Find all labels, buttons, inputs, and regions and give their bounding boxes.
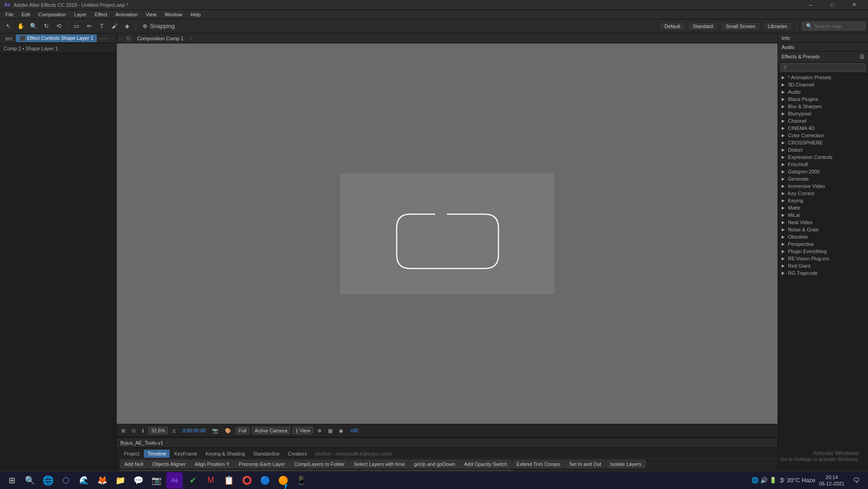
view-display[interactable]: 1 View [293, 427, 313, 434]
menu-effect[interactable]: Effect [91, 11, 111, 18]
tool-puppet[interactable]: ◈ [122, 21, 133, 32]
effect-audio[interactable]: ▶ Audio [778, 88, 868, 96]
menu-view[interactable]: View [142, 11, 160, 18]
maximize-button[interactable]: □ [822, 0, 843, 10]
btn-isolate-layers[interactable]: Isolate Layers [606, 460, 645, 468]
comp-3d-btn[interactable]: ⊕ [316, 427, 323, 435]
menu-composition[interactable]: Composition [35, 11, 70, 18]
tray-volume[interactable]: 🔊 [760, 477, 768, 484]
taskbar-teams[interactable]: 💬 [130, 472, 147, 489]
menu-help[interactable]: Help [187, 11, 204, 18]
effect-revision[interactable]: ▶ RE:Vision Plug-ins [778, 255, 868, 262]
script-tab-creators[interactable]: Creators [284, 450, 310, 458]
taskbar-search[interactable]: 🔍 [22, 472, 38, 489]
effect-keying[interactable]: ▶ Keying [778, 197, 868, 204]
menu-file[interactable]: File [2, 11, 17, 18]
btn-select-layers-time[interactable]: Select Layers with time [350, 460, 409, 468]
taskbar-teal-app[interactable]: 🔵 [257, 472, 273, 489]
taskbar-notification[interactable]: 🗨 [848, 472, 864, 489]
taskbar-start[interactable]: ⊞ [4, 472, 20, 489]
camera-display[interactable]: Active Camera [252, 427, 290, 434]
taskbar-green-app[interactable]: ✔ [185, 472, 201, 489]
tool-hand[interactable]: ✋ [15, 21, 26, 32]
effect-animation-presets[interactable]: ▶ * Animation Presets [778, 74, 868, 81]
resolution-display[interactable]: Full [236, 427, 249, 434]
menu-window[interactable]: Window [161, 11, 186, 18]
btn-add-null[interactable]: Add Null [120, 460, 147, 468]
playhead[interactable] [285, 484, 286, 489]
effect-frischluft[interactable]: ▶ Frischluft [778, 161, 868, 168]
tray-battery[interactable]: 🔋 [769, 477, 777, 484]
taskbar-photos[interactable]: 📷 [148, 472, 165, 489]
workspace-default[interactable]: Default [660, 23, 685, 30]
tool-rect[interactable]: ▭ [71, 21, 82, 32]
tray-network[interactable]: 🌐 [751, 477, 759, 484]
comp-menu-icon[interactable]: = [190, 36, 193, 41]
effects-search-input[interactable] [781, 63, 865, 72]
btn-goup-godown[interactable]: goUp and goDown [410, 460, 459, 468]
effect-blace[interactable]: ▶ Blace Plugins [778, 96, 868, 103]
effect-color-correction[interactable]: ▶ Color Correction [778, 132, 868, 139]
btn-align-position-y[interactable]: Align Position Y [191, 460, 234, 468]
tool-move[interactable]: ⊕ [139, 21, 150, 32]
effect-key-correct[interactable]: ▶ Key Correct [778, 190, 868, 197]
close-button[interactable]: ✕ [844, 0, 864, 10]
btn-precomp-each[interactable]: Precomp Each Layer [234, 460, 289, 468]
effect-gabgren[interactable]: ▶ Gabgren 2000 [778, 168, 868, 175]
tool-pen[interactable]: ✏ [84, 21, 95, 32]
comp-color-btn[interactable]: 🎨 [223, 427, 233, 435]
menu-edit[interactable]: Edit [18, 11, 34, 18]
comp-tab[interactable]: Composition Comp 1 [133, 35, 187, 42]
workspace-standard[interactable]: Standard [688, 23, 718, 30]
comp-grid-btn[interactable]: ▦ [326, 427, 334, 435]
tool-undo[interactable]: ⟲ [53, 21, 64, 32]
workspace-libraries[interactable]: Libraries [764, 23, 792, 30]
taskbar-vs[interactable]: ⬡ [58, 472, 74, 489]
menu-layer[interactable]: Layer [71, 11, 90, 18]
btn-objects-aligner[interactable]: Objects Aligner [148, 460, 190, 468]
tool-text[interactable]: T [96, 21, 107, 32]
tool-zoom[interactable]: 🔍 [28, 21, 39, 32]
effects-presets-menu[interactable]: ☰ [860, 54, 864, 60]
search-help-input[interactable] [814, 24, 864, 29]
clock[interactable]: 20:14 06-12-2021 [819, 474, 844, 487]
script-tab-project[interactable]: Project [120, 450, 143, 458]
search-help-box[interactable]: 🔍 [802, 22, 865, 30]
comp-info-btn[interactable]: ℹ [140, 427, 146, 435]
tool-rotate[interactable]: ↻ [41, 21, 52, 32]
effect-distort[interactable]: ▶ Distort [778, 146, 868, 153]
minimize-button[interactable]: ─ [800, 0, 821, 10]
taskbar-firefox[interactable]: 🦊 [94, 472, 110, 489]
taskbar-chrome[interactable]: 🌐 [40, 472, 56, 489]
effect-3d-channel[interactable]: ▶ 3D Channel [778, 81, 868, 88]
effect-blurrypixel[interactable]: ▶ Blurrypixel [778, 110, 868, 117]
script-tab-standardize[interactable]: Standardize [250, 450, 284, 458]
effect-noise[interactable]: ▶ Noise & Grain [778, 226, 868, 233]
zoom-display[interactable]: 32.6% [148, 427, 168, 434]
taskbar-edge[interactable]: 🌊 [76, 472, 92, 489]
script-tab-keyframe[interactable]: KeyFrame [171, 450, 201, 458]
snapping-toggle[interactable]: Snapping [157, 21, 168, 32]
script-panel-menu[interactable]: = [166, 440, 169, 446]
effect-matte[interactable]: ▶ Matte [778, 204, 868, 211]
workspace-small-screen[interactable]: Small Screen [721, 23, 759, 30]
comp-cam-btn[interactable]: 📷 [210, 427, 220, 435]
taskbar-yellow-app[interactable]: 📋 [221, 472, 237, 489]
info-section[interactable]: Info [778, 34, 868, 43]
comp-overlay-btn[interactable]: ◉ [337, 427, 345, 435]
effect-milai[interactable]: ▶ MiLai [778, 211, 868, 219]
effect-neat-video[interactable]: ▶ Neat Video [778, 219, 868, 226]
script-tab-timeline[interactable]: Timeline [144, 450, 170, 458]
effect-plugin-everything[interactable]: ▶ Plugin Everything [778, 248, 868, 255]
comp-toggle-btn[interactable]: ⊙ [130, 427, 138, 435]
taskbar-ae[interactable]: Ae [166, 472, 183, 489]
tab-effect-controls[interactable]: ⬛ Effect Controls Shape Layer 1 [16, 34, 97, 42]
menu-animation[interactable]: Animation [112, 11, 141, 18]
taskbar-orange-app[interactable]: 🟠 [275, 472, 291, 489]
taskbar-whatsapp[interactable]: 📱 [293, 472, 309, 489]
effect-rg-trapcode[interactable]: ▶ RG Trapcode [778, 269, 868, 277]
taskbar-explorer[interactable]: 📁 [112, 472, 128, 489]
btn-set-in-out[interactable]: Set In and Out [565, 460, 605, 468]
effect-obsolete[interactable]: ▶ Obsolete [778, 233, 868, 240]
effect-channel[interactable]: ▶ Channel [778, 117, 868, 125]
